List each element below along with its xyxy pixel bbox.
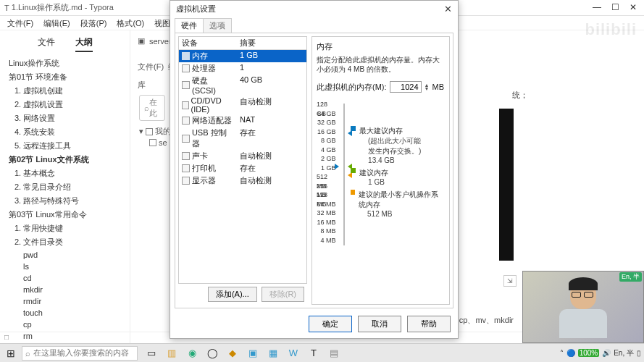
- device-icon: [182, 117, 190, 125]
- menu-format[interactable]: 格式(O): [114, 17, 147, 28]
- menu-paragraph[interactable]: 段落(P): [78, 17, 110, 28]
- col-device[interactable]: 设备: [179, 37, 237, 49]
- remove-hardware-button[interactable]: 移除(R): [262, 287, 304, 302]
- cancel-button[interactable]: 取消: [358, 316, 401, 332]
- outline-item[interactable]: pwd: [0, 249, 130, 261]
- ok-button[interactable]: 确定: [309, 316, 352, 332]
- tray-volume-icon[interactable]: 🔊: [602, 349, 611, 357]
- status-left-icon[interactable]: □: [4, 333, 9, 342]
- outline-item[interactable]: 4. 系统安装: [0, 125, 130, 139]
- tab-hardware[interactable]: 硬件: [175, 18, 204, 33]
- sidebar-tab-files[interactable]: 文件: [38, 36, 55, 52]
- device-icon: [182, 177, 190, 185]
- outline-item[interactable]: 1. 基本概念: [0, 167, 130, 180]
- outline-item[interactable]: 2. 文件目录类: [0, 235, 130, 249]
- hardware-row[interactable]: 处理器1: [179, 62, 306, 75]
- vmware-search[interactable]: ⌕ 在此: [139, 95, 165, 121]
- hardware-row[interactable]: 硬盘 (SCSI)40 GB: [179, 75, 306, 96]
- maximize-button[interactable]: ☐: [611, 2, 619, 12]
- tray-notifications-icon[interactable]: ▯: [637, 349, 641, 357]
- outline-item[interactable]: cp: [0, 319, 130, 330]
- chrome-icon[interactable]: ◯: [204, 345, 220, 361]
- explorer-icon[interactable]: ▥: [164, 345, 180, 361]
- hardware-row[interactable]: USB 控制器存在: [179, 127, 306, 150]
- tick-label: 16 GB: [317, 127, 336, 137]
- tick-label: 1 GB: [321, 164, 336, 173]
- hardware-row[interactable]: 内存1 GB: [179, 50, 306, 62]
- legend-min-label: 建议的最小客户机操作系统内存: [359, 190, 445, 210]
- col-summary[interactable]: 摘要: [237, 37, 306, 49]
- webcam-ime-tag: En, 半: [619, 272, 642, 282]
- tray-overflow-icon[interactable]: ˄: [560, 349, 564, 357]
- outline-item[interactable]: 2. 常见目录介绍: [0, 180, 130, 194]
- wps-icon[interactable]: W: [285, 345, 301, 361]
- help-button[interactable]: 帮助: [407, 316, 451, 332]
- checkbox-icon[interactable]: [146, 128, 153, 135]
- outline-tree: Linux操作系统第01节 环境准备1. 虚拟机创建2. 虚拟机设置3. 网络设…: [0, 56, 130, 343]
- hardware-row[interactable]: CD/DVD (IDE)自动检测: [179, 96, 306, 114]
- menu-file[interactable]: 文件(F): [4, 17, 36, 28]
- vmware-tab-title[interactable]: server: [149, 37, 172, 46]
- slider-thumb-icon[interactable]: [335, 164, 339, 169]
- webcam-overlay: En, 半: [522, 271, 644, 343]
- vmware-icon[interactable]: ▦: [265, 345, 281, 361]
- tray-network-icon[interactable]: 🔵: [566, 349, 575, 357]
- typora-sidebar: 文件 大纲 Linux操作系统第01节 环境准备1. 虚拟机创建2. 虚拟机设置…: [0, 30, 130, 343]
- taskview-icon[interactable]: ▭: [143, 345, 159, 361]
- memory-legend: 最大建议内存 (超出此大小可能 发生内存交换。) 13.4 GB 建议内存 1 …: [351, 100, 445, 248]
- outline-item[interactable]: 1. 常用快捷键: [0, 222, 130, 235]
- outline-item[interactable]: 第02节 Linux文件系统: [0, 153, 130, 167]
- outline-item[interactable]: 3. 网络设置: [0, 111, 130, 125]
- legend-max-label: 最大建议内存: [359, 126, 421, 136]
- outline-item[interactable]: 1. 虚拟机创建: [0, 84, 130, 98]
- hardware-row[interactable]: 声卡自动检测: [179, 150, 306, 162]
- device-icon: [182, 52, 190, 60]
- slider-track[interactable]: [340, 101, 347, 248]
- outline-item[interactable]: rmdir: [0, 295, 130, 307]
- outline-item[interactable]: 第03节 Linux常用命令: [0, 208, 130, 222]
- terminal-fragment: [499, 109, 514, 261]
- memory-spinner[interactable]: ▲▼: [425, 83, 430, 90]
- outline-item[interactable]: Linux操作系统: [0, 56, 130, 70]
- typora-icon[interactable]: T: [306, 345, 322, 361]
- taskbar-search[interactable]: ⌕ 在这里输入你要搜索的内容: [22, 346, 138, 361]
- hardware-row[interactable]: 打印机存在: [179, 162, 306, 174]
- sublime-icon[interactable]: ◆: [225, 345, 241, 361]
- system-tray: ˄ 🔵 100% 🔊 En, 半 ▯: [560, 348, 644, 358]
- memory-slider[interactable]: 128 GB64 GB32 GB16 GB8 GB4 GB2 GB1 GB512…: [317, 100, 445, 248]
- minimize-button[interactable]: —: [593, 2, 601, 12]
- outline-item[interactable]: 5. 远程连接工具: [0, 139, 130, 153]
- legend-rec-value: 1 GB: [368, 178, 388, 186]
- menu-edit[interactable]: 编辑(E): [41, 17, 73, 28]
- outline-item[interactable]: ls: [0, 261, 130, 272]
- hardware-row[interactable]: 显示器自动检测: [179, 174, 306, 187]
- edge-icon[interactable]: ◉: [184, 345, 200, 361]
- outline-item[interactable]: 第01节 环境准备: [0, 70, 130, 84]
- outline-item[interactable]: mkdir: [0, 284, 130, 295]
- outline-item[interactable]: 3. 路径与特殊符号: [0, 194, 130, 208]
- hardware-row[interactable]: 网络适配器NAT: [179, 114, 306, 127]
- app-icon-2[interactable]: ▤: [326, 345, 342, 361]
- app-icon-1[interactable]: ▣: [245, 345, 261, 361]
- scroll-corner[interactable]: ⇲: [503, 275, 517, 287]
- tab-options[interactable]: 选项: [203, 18, 232, 33]
- checkbox-icon[interactable]: [149, 139, 156, 146]
- vmware-menu-file[interactable]: 文件(F): [138, 62, 164, 72]
- memory-heading: 内存: [317, 41, 445, 52]
- typora-doc-title: 1.Linux操作系统.md - Typora: [12, 2, 114, 13]
- tick-label: 32 MB: [317, 209, 336, 218]
- start-button[interactable]: ⊞: [0, 348, 22, 359]
- dialog-close-icon[interactable]: ✕: [444, 4, 452, 14]
- tray-battery[interactable]: 100%: [578, 349, 600, 357]
- outline-item[interactable]: touch: [0, 307, 130, 319]
- outline-item[interactable]: cd: [0, 272, 130, 284]
- close-button[interactable]: ✕: [630, 2, 637, 12]
- tick-label: 4 GB: [321, 146, 336, 155]
- slider-ticks: 128 GB64 GB32 GB16 GB8 GB4 GB2 GB1 GB512…: [317, 100, 336, 248]
- memory-input[interactable]: [390, 81, 422, 93]
- sidebar-tab-outline[interactable]: 大纲: [75, 36, 93, 52]
- add-hardware-button[interactable]: 添加(A)...: [208, 287, 257, 302]
- outline-item[interactable]: 2. 虚拟机设置: [0, 98, 130, 111]
- tray-ime[interactable]: En, 半: [614, 348, 634, 358]
- tick-label: 8 MB: [321, 227, 336, 236]
